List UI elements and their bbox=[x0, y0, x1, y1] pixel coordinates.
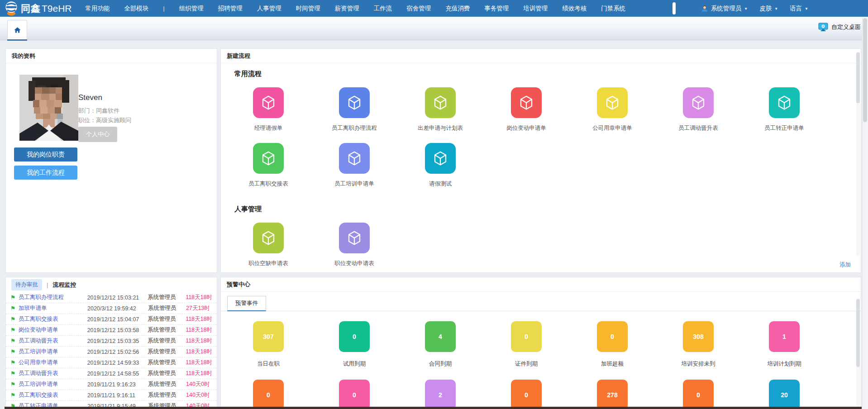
department-value: 同鑫软件 bbox=[96, 107, 119, 114]
todo-user: 系统管理员 bbox=[148, 315, 186, 323]
todo-title-link[interactable]: 员工培训申请单 bbox=[19, 380, 87, 388]
warning-item[interactable]: 4合同到期 bbox=[397, 321, 483, 368]
page-scrollbar[interactable] bbox=[862, 17, 868, 409]
position-value: 高级实施顾问 bbox=[96, 117, 131, 124]
nav-item-1[interactable]: 常用功能 bbox=[86, 5, 110, 13]
flag-icon: ⚑ bbox=[10, 327, 19, 333]
todo-duration: 118天18时 bbox=[186, 359, 212, 366]
process-item[interactable]: 员工调动晋升表 bbox=[655, 87, 741, 132]
process-item[interactable]: 岗位变动申请单 bbox=[483, 87, 569, 132]
scrollbar-thumb[interactable] bbox=[856, 299, 860, 367]
panel-scrollbar[interactable] bbox=[856, 298, 860, 407]
warning-item[interactable]: 0 bbox=[311, 380, 397, 409]
process-item[interactable]: 出差申请与计划表 bbox=[397, 87, 483, 132]
todo-user: 系统管理员 bbox=[148, 326, 186, 334]
warning-item[interactable]: 1培训计划到期 bbox=[741, 321, 827, 368]
nav-item-6[interactable]: 时间管理 bbox=[296, 5, 320, 13]
warning-label: 试用到期 bbox=[343, 360, 366, 368]
profile-position: 职位：高级实施顾问 bbox=[78, 116, 131, 124]
todo-title-link[interactable]: 员工调动晋升表 bbox=[19, 337, 87, 345]
nav-item-2[interactable]: 全部模块 bbox=[124, 5, 149, 13]
tab-process-monitor[interactable]: 流程监控 bbox=[52, 281, 76, 289]
warning-item[interactable]: 0 bbox=[655, 380, 741, 409]
nav-item-8[interactable]: 工作流 bbox=[374, 5, 392, 13]
process-label: 员工离职交接表 bbox=[248, 180, 288, 188]
user-menu[interactable]: 系统管理员 ▼ bbox=[701, 5, 748, 13]
nav-item-11[interactable]: 事务管理 bbox=[484, 5, 509, 13]
my-workflow-button[interactable]: 我的工作流程 bbox=[14, 166, 77, 180]
process-cube-tile bbox=[253, 143, 284, 174]
process-label: 职位空缺申请表 bbox=[248, 260, 288, 267]
page-scrollbar-thumb[interactable] bbox=[863, 18, 867, 122]
panel-scrollbar[interactable] bbox=[856, 52, 860, 256]
process-item[interactable]: 员工离职交接表 bbox=[225, 143, 311, 188]
warning-label: 培训安排未到 bbox=[682, 360, 715, 368]
profile-panel-title: 我的资料 bbox=[6, 49, 217, 63]
todo-row: ⚑员工培训申请单2019/12/12 15:02:56系统管理员118天18时 bbox=[6, 347, 217, 357]
my-duty-button[interactable]: 我的岗位职责 bbox=[14, 147, 77, 162]
user-avatar-icon bbox=[701, 5, 708, 12]
tab-home[interactable] bbox=[7, 20, 27, 40]
nav-item-10[interactable]: 充值消费 bbox=[445, 5, 470, 13]
tab-pending-approval[interactable]: 待办审批 bbox=[11, 279, 42, 290]
todo-row: ⚑员工离职交接表2019/11/21 9:16:11系统管理员140天0时 bbox=[6, 390, 217, 401]
process-item[interactable]: 职位空缺申请表 bbox=[225, 223, 311, 267]
todo-title-link[interactable]: 加班申请单 bbox=[19, 304, 87, 312]
todo-row: ⚑公司用章申请单2019/12/12 14:59:33系统管理员118天18时 bbox=[6, 357, 217, 368]
nav-item-9[interactable]: 宿舍管理 bbox=[406, 5, 431, 13]
todo-title-link[interactable]: 公司用章申请单 bbox=[19, 359, 87, 366]
nav-item-7[interactable]: 薪资管理 bbox=[335, 5, 359, 13]
process-item[interactable]: 员工培训申请单 bbox=[311, 143, 397, 188]
warning-item[interactable]: 307当日在职 bbox=[225, 321, 311, 368]
process-item[interactable]: 职位变动申请表 bbox=[311, 223, 397, 267]
process-item[interactable]: 请假测试 bbox=[397, 143, 483, 188]
warning-item[interactable]: 0加班超额 bbox=[569, 321, 655, 368]
nav-item-5[interactable]: 人事管理 bbox=[257, 5, 281, 13]
todo-duration: 140天0时 bbox=[186, 391, 212, 399]
warning-item[interactable]: 20 bbox=[741, 380, 827, 409]
warning-item[interactable]: 2 bbox=[397, 380, 483, 409]
warning-item[interactable]: 0证件到期 bbox=[483, 321, 569, 368]
warning-count-tile: 0 bbox=[339, 321, 370, 352]
process-item[interactable]: 经理请假单 bbox=[225, 87, 311, 132]
warning-item[interactable]: 0 bbox=[483, 380, 569, 409]
nav-item-4[interactable]: 招聘管理 bbox=[218, 5, 243, 13]
warning-count-tile: 20 bbox=[769, 380, 800, 409]
nav-item-14[interactable]: 门禁系统 bbox=[601, 5, 625, 13]
todo-title-link[interactable]: 员工离职办理流程 bbox=[19, 294, 87, 301]
flow-grid: 经理请假单员工离职办理流程出差申请与计划表岗位变动申请单公司用章申请单员工调动晋… bbox=[221, 87, 861, 199]
todo-title-link[interactable]: 岗位变动申请单 bbox=[19, 326, 87, 334]
cube-icon bbox=[260, 95, 277, 111]
process-item[interactable]: 员工离职办理流程 bbox=[311, 87, 397, 132]
warning-item[interactable]: 0 bbox=[225, 380, 311, 409]
custom-desktop-button[interactable]: 自定义桌面 bbox=[818, 23, 861, 32]
nav-item-12[interactable]: 培训管理 bbox=[523, 5, 548, 13]
todo-title-link[interactable]: 员工离职交接表 bbox=[19, 315, 87, 323]
todo-user: 系统管理员 bbox=[148, 370, 186, 377]
profile-photo bbox=[19, 75, 78, 141]
process-item[interactable]: 公司用章申请单 bbox=[569, 87, 655, 132]
todo-title-link[interactable]: 员工离职交接表 bbox=[19, 391, 87, 399]
navbar-right: 系统管理员 ▼ 皮肤 ▼ 语言 ▼ bbox=[672, 2, 868, 14]
window-bottom-edge bbox=[5, 407, 862, 409]
process-item[interactable]: 员工转正申请单 bbox=[741, 87, 827, 132]
warning-item[interactable]: 308培训安排未到 bbox=[655, 321, 741, 368]
warning-item[interactable]: 0试用到期 bbox=[311, 321, 397, 368]
scrollbar-thumb[interactable] bbox=[856, 52, 860, 103]
personal-center-button[interactable]: 个人中心 bbox=[78, 127, 117, 142]
tab-warning-events[interactable]: 预警事件 bbox=[227, 296, 266, 311]
warning-count-tile: 308 bbox=[683, 321, 714, 352]
process-label: 员工离职办理流程 bbox=[332, 124, 377, 132]
language-menu[interactable]: 语言 ▼ bbox=[790, 5, 808, 13]
warning-tiles-row2: 0020278020 bbox=[221, 380, 861, 409]
cube-icon bbox=[260, 150, 277, 166]
warning-item[interactable]: 278 bbox=[569, 380, 655, 409]
skin-menu[interactable]: 皮肤 ▼ bbox=[759, 5, 778, 13]
skin-menu-label: 皮肤 bbox=[759, 5, 772, 13]
todo-title-link[interactable]: 员工调动晋升表 bbox=[19, 370, 87, 377]
nav-item-3[interactable]: 组织管理 bbox=[179, 5, 204, 13]
todo-duration: 118天18时 bbox=[186, 370, 212, 377]
todo-title-link[interactable]: 员工培训申请单 bbox=[19, 348, 87, 356]
nav-item-13[interactable]: 绩效考核 bbox=[562, 5, 587, 13]
add-process-link[interactable]: 添加 bbox=[839, 261, 851, 269]
